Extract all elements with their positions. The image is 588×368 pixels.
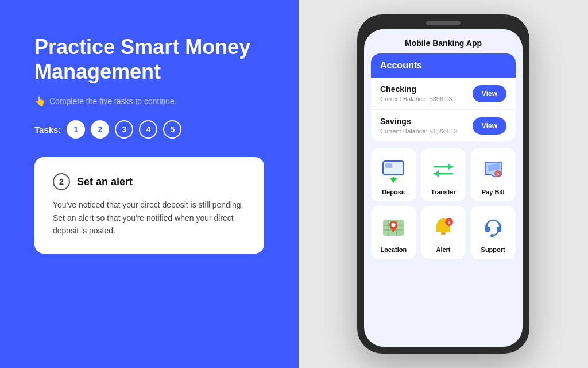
checking-name: Checking: [380, 85, 452, 94]
task-card-title: Set an alert: [77, 176, 133, 188]
deposit-tile[interactable]: Deposit: [371, 148, 416, 201]
right-panel: Mobile Banking App Accounts Checking Cur…: [299, 0, 588, 368]
deposit-icon: [380, 156, 407, 184]
alert-label: Alert: [436, 246, 450, 253]
accounts-card-header: Accounts: [371, 53, 516, 78]
task-bubble-2[interactable]: 2: [91, 120, 109, 139]
checking-view-button[interactable]: View: [473, 85, 506, 102]
phone-mockup: Mobile Banking App Accounts Checking Cur…: [357, 14, 529, 354]
alert-icon: 1: [430, 214, 457, 241]
task-number: 2: [53, 173, 70, 190]
task-bubble-3[interactable]: 3: [115, 120, 133, 139]
transfer-tile[interactable]: Transfer: [421, 148, 466, 201]
svg-marker-5: [448, 163, 452, 170]
transfer-label: Transfer: [431, 189, 455, 195]
svg-rect-0: [383, 161, 404, 175]
location-icon: [380, 214, 407, 241]
svg-text:$: $: [496, 171, 499, 177]
savings-info: Savings Current Balance: $1,228.13: [380, 117, 458, 135]
location-tile[interactable]: Location: [371, 206, 416, 259]
subtitle: 👆 Complete the five tasks to continue.: [34, 95, 264, 106]
transfer-icon: [430, 156, 457, 184]
svg-marker-7: [434, 170, 439, 177]
subtitle-text: Complete the five tasks to continue.: [49, 97, 177, 106]
svg-rect-20: [485, 228, 490, 232]
main-title: Practice Smart Money Management: [34, 34, 264, 84]
location-label: Location: [380, 246, 407, 253]
task-card-header: 2 Set an alert: [53, 173, 246, 190]
svg-marker-3: [390, 178, 397, 183]
savings-row: Savings Current Balance: $1,228.13 View: [371, 110, 516, 141]
tasks-label: Tasks:: [34, 125, 61, 135]
deposit-label: Deposit: [382, 189, 405, 195]
checking-info: Checking Current Balance: $396.13: [380, 85, 452, 102]
left-panel: Practice Smart Money Management 👆 Comple…: [0, 0, 299, 368]
task-card: 2 Set an alert You've noticed that your …: [34, 157, 264, 253]
alert-tile[interactable]: 1 Alert: [421, 206, 466, 259]
svg-text:1: 1: [447, 220, 450, 225]
svg-point-22: [490, 234, 494, 237]
paybill-label: Pay Bill: [482, 189, 505, 195]
task-bubble-1[interactable]: 1: [67, 120, 85, 139]
checking-balance: Current Balance: $396.13: [380, 95, 452, 102]
phone-content: Accounts Checking Current Balance: $396.…: [364, 53, 523, 347]
support-label: Support: [481, 246, 505, 253]
subtitle-icon: 👆: [34, 95, 46, 106]
savings-name: Savings: [380, 117, 458, 126]
tasks-row: Tasks: 1 2 3 4 5: [34, 120, 264, 139]
accounts-card: Accounts Checking Current Balance: $396.…: [371, 53, 516, 141]
paybill-icon: $: [479, 156, 507, 184]
paybill-tile[interactable]: $ Pay Bill: [470, 148, 516, 201]
savings-balance: Current Balance: $1,228.13: [380, 128, 458, 135]
task-bubble-5[interactable]: 5: [163, 120, 181, 139]
svg-point-17: [442, 218, 445, 221]
accounts-header-text: Accounts: [380, 60, 422, 70]
phone-speaker: [426, 21, 461, 25]
phone-screen: Mobile Banking App Accounts Checking Cur…: [364, 29, 523, 347]
task-bubble-4[interactable]: 4: [139, 120, 157, 139]
svg-rect-16: [441, 232, 446, 235]
svg-point-15: [392, 223, 396, 227]
svg-rect-1: [385, 163, 392, 168]
quick-actions-grid: Deposit Transfer: [371, 148, 516, 259]
task-card-body: You've noticed that your direct deposit …: [53, 198, 246, 237]
checking-row: Checking Current Balance: $396.13 View: [371, 78, 516, 110]
savings-view-button[interactable]: View: [473, 117, 506, 135]
support-icon: [479, 214, 507, 241]
support-tile[interactable]: Support: [470, 206, 516, 259]
phone-header: Mobile Banking App: [364, 29, 523, 53]
